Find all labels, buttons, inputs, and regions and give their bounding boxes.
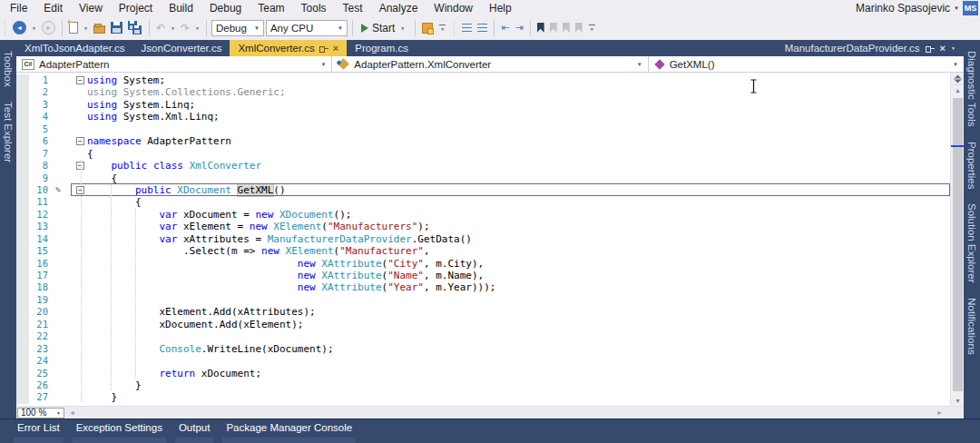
prev-bookmark-button[interactable] bbox=[548, 21, 559, 34]
save-all-button[interactable] bbox=[126, 19, 144, 37]
code-text[interactable]: using System.Collections.Generic; bbox=[87, 86, 286, 98]
user-name[interactable]: Marinko Spasojevic bbox=[856, 2, 950, 15]
back-dropdown-caret-icon[interactable]: ▼ bbox=[30, 25, 38, 31]
panel-tab-package-manager-console[interactable]: Package Manager Console bbox=[218, 419, 360, 443]
collapse-icon[interactable]: − bbox=[76, 76, 84, 84]
forward-button[interactable]: ► bbox=[40, 19, 57, 36]
clear-bookmarks-button[interactable] bbox=[573, 21, 584, 34]
user-dropdown-caret-icon[interactable]: ▼ bbox=[954, 5, 959, 11]
code-text[interactable]: var xElement = new XElement("Manufacture… bbox=[87, 221, 430, 232]
code-text[interactable]: var xDocument = new XDocument(); bbox=[87, 209, 351, 221]
scroll-down-icon[interactable]: ▼ bbox=[951, 398, 965, 404]
collapse-icon[interactable]: − bbox=[76, 137, 84, 145]
redo-dropdown-caret-icon[interactable]: ▼ bbox=[193, 25, 201, 31]
solution-configuration-dropdown[interactable]: Debug ▼ bbox=[211, 20, 264, 36]
code-text[interactable]: xElement.Add(xAttributes); bbox=[87, 306, 316, 318]
code-text[interactable]: } bbox=[87, 379, 142, 391]
panel-tab-output[interactable]: Output bbox=[171, 419, 219, 443]
avatar[interactable]: MS bbox=[963, 1, 978, 15]
menu-item-team[interactable]: Team bbox=[250, 1, 292, 15]
scrollbar-thumb[interactable] bbox=[953, 98, 963, 391]
toolbar-grip[interactable] bbox=[3, 21, 7, 35]
open-file-button[interactable] bbox=[92, 21, 107, 35]
code-area[interactable]: 1−using System;2using System.Collections… bbox=[16, 73, 950, 406]
new-file-button[interactable] bbox=[67, 20, 80, 35]
code-text[interactable]: Console.WriteLine(xDocument); bbox=[87, 343, 334, 355]
app-insights-button[interactable] bbox=[420, 21, 435, 35]
menu-item-file[interactable]: File bbox=[2, 1, 35, 15]
split-window-handle[interactable] bbox=[951, 73, 964, 85]
menu-item-test[interactable]: Test bbox=[335, 1, 371, 15]
code-text[interactable]: new XAttribute("City", m.City), bbox=[87, 258, 484, 270]
menu-item-tools[interactable]: Tools bbox=[293, 1, 335, 15]
toolbar-overflow-button[interactable]: ▼ bbox=[436, 25, 448, 32]
code-text[interactable]: { bbox=[87, 148, 93, 160]
project-dropdown[interactable]: C# AdapterPattern ▼ bbox=[16, 56, 332, 72]
code-text[interactable]: new XAttribute("Year", m.Year))); bbox=[87, 281, 495, 293]
tab-xmltojsonadapter-cs[interactable]: XmlToJsonAdapter.cs bbox=[16, 40, 133, 56]
user-area[interactable]: Marinko Spasojevic ▼ MS bbox=[856, 1, 980, 15]
code-text[interactable]: .Select(m => new XElement("Manufacturer"… bbox=[87, 245, 430, 257]
code-text[interactable]: using System; bbox=[87, 74, 165, 86]
menu-item-view[interactable]: View bbox=[71, 1, 111, 15]
side-tab-notifications[interactable]: Notifications bbox=[966, 294, 977, 359]
panel-tab-exception-settings[interactable]: Exception Settings bbox=[68, 419, 171, 443]
member-dropdown[interactable]: GetXML() ▼ bbox=[649, 56, 964, 72]
code-text[interactable]: public XDocument GetXML() bbox=[87, 184, 286, 196]
back-button[interactable]: ◄ bbox=[11, 19, 28, 36]
menu-item-analyze[interactable]: Analyze bbox=[371, 1, 426, 15]
side-tab-solution-explorer[interactable]: Solution Explorer bbox=[966, 200, 977, 287]
start-debug-button[interactable]: Start ▼ bbox=[358, 20, 410, 36]
undo-dropdown-caret-icon[interactable]: ▼ bbox=[169, 25, 177, 31]
comment-button[interactable] bbox=[460, 22, 474, 34]
toggle-bookmark-button[interactable] bbox=[535, 21, 546, 34]
menu-item-edit[interactable]: Edit bbox=[35, 1, 71, 15]
code-text[interactable]: { bbox=[87, 196, 142, 208]
menu-item-help[interactable]: Help bbox=[481, 1, 520, 15]
code-text[interactable]: return xDocument; bbox=[87, 368, 261, 379]
code-text[interactable]: public class XmlConverter bbox=[87, 160, 261, 172]
undo-button[interactable]: ↶ bbox=[154, 21, 167, 35]
new-file-dropdown-caret-icon[interactable]: ▼ bbox=[82, 25, 90, 31]
tab-program-cs[interactable]: Program.cs bbox=[347, 40, 416, 56]
code-text[interactable]: using System.Linq; bbox=[87, 99, 195, 111]
menu-item-project[interactable]: Project bbox=[111, 1, 161, 15]
save-button[interactable] bbox=[109, 20, 124, 35]
scroll-right-icon[interactable]: ► bbox=[932, 409, 947, 416]
code-text[interactable]: xDocument.Add(xElement); bbox=[87, 319, 303, 330]
close-icon[interactable]: × bbox=[940, 44, 946, 53]
side-tab-test-explorer[interactable]: Test Explorer bbox=[3, 98, 14, 166]
toolbar-grip[interactable] bbox=[452, 21, 456, 35]
toolbar-overflow-button[interactable]: ▼ bbox=[586, 25, 598, 32]
scroll-left-icon[interactable]: ◄ bbox=[64, 409, 80, 416]
side-tab-toolbox[interactable]: Toolbox bbox=[3, 47, 14, 91]
menu-item-build[interactable]: Build bbox=[161, 1, 201, 15]
code-text[interactable]: new XAttribute("Name", m.Name), bbox=[87, 270, 484, 281]
type-dropdown[interactable]: AdapterPattern.XmlConverter ▼ bbox=[332, 56, 648, 72]
indent-button[interactable]: ⇥ bbox=[513, 21, 524, 34]
outdent-button[interactable]: ⇤ bbox=[499, 21, 511, 34]
tab-manufacturerdataprovider[interactable]: ManufacturerDataProvider.cs × ▼ bbox=[777, 40, 964, 56]
menu-item-debug[interactable]: Debug bbox=[201, 1, 250, 15]
menu-item-window[interactable]: Window bbox=[426, 1, 481, 15]
pin-icon[interactable] bbox=[926, 44, 935, 53]
zoom-dropdown[interactable]: 100 % ▼ bbox=[17, 408, 64, 418]
code-text[interactable]: var xAttributes = ManufacturerDataProvid… bbox=[87, 233, 472, 245]
panel-tab-error-list[interactable]: Error List bbox=[9, 419, 68, 443]
tab-jsonconverter-cs[interactable]: JsonConverter.cs bbox=[133, 40, 230, 56]
close-icon[interactable]: × bbox=[333, 44, 338, 53]
pin-icon[interactable] bbox=[319, 44, 328, 53]
code-text[interactable]: namespace AdapterPattern bbox=[87, 135, 231, 147]
side-tab-properties[interactable]: Properties bbox=[966, 138, 977, 192]
code-text[interactable]: } bbox=[87, 391, 117, 403]
scroll-up-icon[interactable]: ▲ bbox=[951, 87, 965, 94]
vertical-scrollbar[interactable]: ▲ ▼ bbox=[950, 73, 964, 406]
uncomment-button[interactable] bbox=[475, 22, 489, 34]
chevron-down-icon[interactable]: ▼ bbox=[951, 45, 956, 51]
solution-platform-dropdown[interactable]: Any CPU ▼ bbox=[266, 20, 348, 36]
code-text[interactable]: using System.Xml.Linq; bbox=[87, 111, 220, 123]
next-bookmark-button[interactable] bbox=[561, 21, 572, 34]
redo-button[interactable]: ↷ bbox=[179, 21, 191, 35]
tab-xmlconverter-cs[interactable]: XmlConverter.cs× bbox=[230, 40, 347, 56]
code-text[interactable]: { bbox=[87, 172, 117, 184]
